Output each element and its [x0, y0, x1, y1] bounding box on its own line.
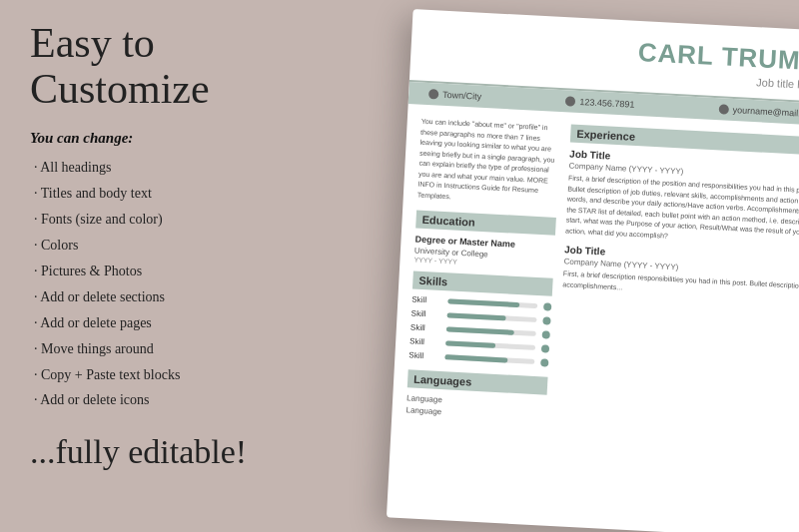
experience-container: Job Title Company Name (YYYY - YYYY) Fir…: [562, 149, 799, 303]
skill-bar-bg: [444, 354, 534, 364]
skill-bar-bg: [447, 298, 537, 308]
resume-right-col: Experience Job Title Company Name (YYYY …: [555, 125, 799, 439]
location-text: Town/City: [442, 90, 481, 102]
skill-bar-bg: [445, 340, 535, 350]
contact-location: Town/City: [428, 89, 481, 102]
skill-bar-fill: [446, 326, 514, 335]
experience-job: Job Title Company Name (YYYY - YYYY) Fir…: [565, 149, 799, 250]
experience-job: Job Title Company Name (YYYY - YYYY) Fir…: [562, 244, 799, 302]
skill-bar-fill: [447, 312, 506, 320]
feature-item: Add or delete pages: [30, 310, 290, 336]
feature-item: All headings: [30, 155, 290, 181]
resume-body: You can include "about me" or "profile" …: [392, 104, 799, 451]
skill-item: Skill: [410, 308, 550, 324]
feature-item: Colors: [30, 233, 290, 259]
skill-item: Skill: [408, 350, 548, 366]
skill-item: Skill: [410, 322, 550, 338]
feature-item: Add or delete sections: [30, 284, 290, 310]
phone-text: 123.456.7891: [579, 97, 635, 110]
feature-item: Titles and body text: [30, 181, 290, 207]
skill-label: Skill: [410, 308, 440, 319]
skill-bar-bg: [447, 312, 537, 322]
resume-left-col: You can include "about me" or "profile" …: [405, 117, 561, 425]
skills-container: Skill Skill Skill Skill Skill: [408, 294, 551, 366]
skill-bar-fill: [444, 354, 507, 362]
resume-intro: You can include "about me" or "profile" …: [417, 117, 561, 208]
exp-desc: First, a brief description of the positi…: [565, 173, 799, 249]
skill-dot: [541, 344, 549, 352]
skill-bar-fill: [445, 340, 495, 348]
feature-item: Move things around: [30, 336, 290, 362]
education-header: Education: [415, 211, 556, 236]
skill-bar-bg: [446, 326, 536, 336]
feature-item: Add or delete icons: [30, 387, 290, 413]
skills-header: Skills: [412, 270, 553, 295]
contact-email: yourname@mail.com: [718, 104, 799, 119]
feature-item: Copy + Paste text blocks: [30, 362, 290, 388]
skill-item: Skill: [409, 336, 549, 352]
skill-dot: [542, 316, 550, 324]
location-icon: [428, 89, 439, 100]
skill-dot: [543, 302, 551, 310]
feature-item: Pictures & Photos: [30, 259, 290, 284]
feature-list: All headingsTitles and body textFonts (s…: [30, 155, 290, 413]
resume-name-block: CARL TRUMA Job title here: [636, 37, 799, 92]
left-panel: Easy to Customize You can change: All he…: [0, 0, 320, 532]
languages-section: Languages LanguageLanguage: [405, 369, 547, 421]
skill-dot: [540, 358, 548, 366]
feature-item: Fonts (size and color): [30, 207, 290, 233]
languages-header: Languages: [407, 369, 548, 394]
you-can-change-label: You can change:: [30, 130, 290, 147]
skill-label: Skill: [409, 336, 439, 347]
languages-container: LanguageLanguage: [405, 393, 546, 421]
contact-phone: 123.456.7891: [565, 96, 634, 110]
bottom-tagline: ...fully editable!: [30, 433, 290, 471]
main-title: Easy to Customize: [30, 20, 290, 112]
name-part1: CARL: [637, 37, 714, 71]
skill-label: Skill: [410, 322, 440, 333]
skill-item: Skill: [411, 294, 551, 310]
skills-section: Skills Skill Skill Skill Skill: [408, 270, 552, 366]
name-part2-colored: TRUMA: [721, 41, 799, 76]
email-text: yourname@mail.com: [732, 105, 799, 119]
resume-card: CARL TRUMA Job title here Town/City 123.…: [387, 9, 799, 532]
email-icon: [718, 104, 729, 115]
skill-label: Skill: [408, 350, 438, 361]
skill-dot: [542, 330, 550, 338]
skill-label: Skill: [411, 294, 441, 305]
phone-icon: [565, 96, 576, 107]
skill-bar-fill: [447, 298, 519, 307]
